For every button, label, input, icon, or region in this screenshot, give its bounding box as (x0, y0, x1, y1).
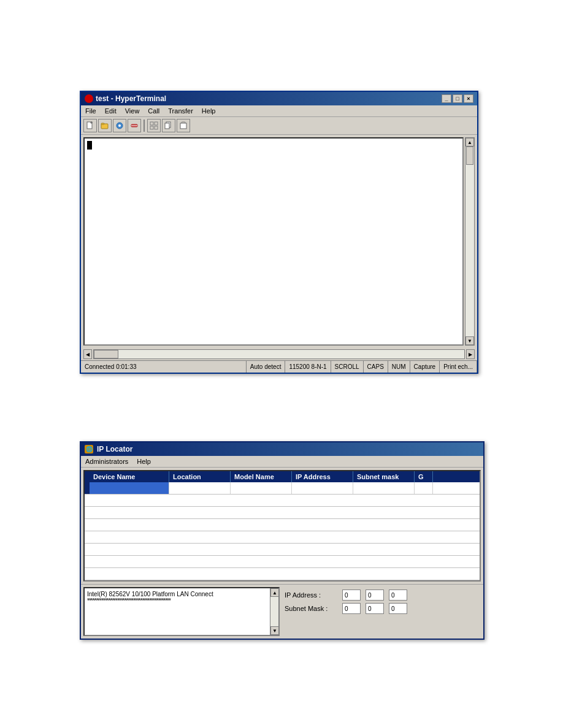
info-scroll-down[interactable]: ▼ (270, 626, 279, 635)
subnet-field-2[interactable] (366, 603, 384, 614)
info-line1: Intel(R) 82562V 10/100 Platform LAN Conn… (87, 591, 269, 597)
svg-rect-2 (101, 123, 104, 124)
cell-model-name (231, 482, 292, 494)
iplocator-title: IP Locator (97, 445, 132, 453)
table-row[interactable] (85, 482, 480, 495)
svg-rect-8 (155, 122, 158, 125)
iplocator-menubar: Administrators Help (81, 456, 483, 468)
hyperterminal-toolbar (81, 117, 477, 135)
svg-rect-10 (155, 126, 158, 129)
toolbar-copy[interactable] (162, 119, 175, 132)
svg-rect-9 (150, 126, 153, 129)
table-indicator-header (85, 471, 90, 482)
close-button[interactable]: × (464, 94, 473, 103)
menu-iplocator-help[interactable]: Help (135, 457, 153, 466)
status-connected: Connected 0:01:33 (81, 361, 247, 373)
table-row-empty-1 (85, 495, 480, 507)
info-scrollbar[interactable]: ▲ ▼ (270, 588, 278, 635)
table-row-empty-3 (85, 519, 480, 531)
subnet-mask-label: Subnet Mask : (285, 605, 340, 612)
status-baud: 115200 8-N-1 (285, 361, 331, 373)
iplocator-icon: 🌐 (85, 445, 93, 453)
table-row-empty-2 (85, 507, 480, 519)
scroll-right-arrow[interactable]: ▶ (466, 349, 475, 359)
menu-administrators[interactable]: Administrators (83, 457, 130, 466)
iplocator-window: 🌐 IP Locator Administrators Help Device … (80, 441, 484, 640)
status-scroll: SCROLL (331, 361, 364, 373)
cell-ip (292, 482, 353, 494)
iplocator-table-area: Device Name Location Model Name IP Addre… (81, 468, 483, 584)
col-ip-address: IP Address (292, 471, 353, 482)
terminal-cursor (87, 141, 92, 150)
toolbar-dial[interactable] (113, 119, 126, 132)
table-row-empty-4 (85, 531, 480, 544)
menu-view[interactable]: View (123, 107, 142, 115)
svg-rect-14 (180, 123, 186, 129)
col-model-name: Model Name (231, 471, 292, 482)
info-line2: ****************************************… (87, 597, 269, 604)
col-subnet-mask: Subnet mask (353, 471, 415, 482)
svg-point-4 (118, 124, 121, 127)
subnet-field-3[interactable] (389, 603, 407, 614)
iplocator-bottom: Intel(R) 82562V 10/100 Platform LAN Conn… (81, 584, 483, 639)
cell-location (169, 482, 231, 494)
scroll-down-arrow[interactable]: ▼ (465, 336, 474, 345)
toolbar-new[interactable] (83, 119, 97, 132)
status-caps: CAPS (364, 361, 388, 373)
maximize-button[interactable]: □ (453, 94, 462, 103)
titlebar-controls: _ □ × (442, 94, 473, 103)
scroll-left-arrow[interactable]: ◀ (83, 349, 92, 359)
scroll-up-arrow[interactable]: ▲ (465, 138, 474, 146)
info-scroll-up[interactable]: ▲ (270, 588, 279, 597)
vertical-scrollbar[interactable]: ▲ ▼ (465, 137, 475, 346)
scroll-track (465, 146, 474, 336)
menu-edit[interactable]: Edit (103, 107, 118, 115)
terminal-area[interactable] (83, 137, 464, 346)
subnet-mask-row: Subnet Mask : (285, 603, 478, 614)
info-box-content: Intel(R) 82562V 10/100 Platform LAN Conn… (85, 588, 278, 607)
hscroll-thumb[interactable] (94, 350, 118, 358)
iplocator-titlebar: 🌐 IP Locator (81, 442, 483, 456)
status-auto-detect: Auto detect (247, 361, 286, 373)
ip-field-1[interactable] (342, 590, 361, 601)
toolbar-disconnect[interactable] (128, 119, 141, 132)
svg-rect-7 (150, 122, 153, 125)
toolbar-properties[interactable] (147, 119, 161, 132)
iplocator-form: IP Address : Subnet Mask : (282, 587, 481, 636)
hyperterminal-menubar: File Edit View Call Transfer Help (81, 105, 477, 117)
menu-call[interactable]: Call (146, 107, 161, 115)
hyperterminal-statusbar: Connected 0:01:33 Auto detect 115200 8-N… (81, 360, 477, 373)
toolbar-paste[interactable] (177, 119, 190, 132)
menu-transfer[interactable]: Transfer (166, 107, 195, 115)
ip-address-label: IP Address : (285, 591, 340, 599)
row-indicator (85, 482, 90, 494)
ip-field-2[interactable] (366, 590, 384, 601)
minimize-button[interactable]: _ (442, 94, 451, 103)
hyperterminal-titlebar: test - HyperTerminal _ □ × (81, 92, 477, 105)
subnet-field-1[interactable] (342, 603, 361, 614)
table-row-empty-6 (85, 556, 480, 568)
cell-g (415, 482, 433, 494)
table-row-empty-7 (85, 568, 480, 580)
scroll-thumb[interactable] (466, 146, 473, 165)
table-header: Device Name Location Model Name IP Addre… (85, 471, 480, 482)
table-row-empty-5 (85, 544, 480, 556)
titlebar-left: test - HyperTerminal (85, 94, 166, 103)
col-location: Location (169, 471, 231, 482)
status-print-echo: Print ech... (440, 361, 477, 373)
menu-file[interactable]: File (83, 107, 98, 115)
horizontal-scroll-area: ◀ ▶ (81, 348, 477, 360)
hyperterminal-title: test - HyperTerminal (96, 94, 166, 103)
cell-subnet (353, 482, 415, 494)
hyperterminal-icon (85, 94, 93, 103)
menu-help[interactable]: Help (200, 107, 218, 115)
hyperterminal-main: ▲ ▼ (81, 135, 477, 348)
iplocator-info-box: Intel(R) 82562V 10/100 Platform LAN Conn… (83, 587, 280, 636)
status-capture: Capture (410, 361, 440, 373)
toolbar-open[interactable] (98, 119, 112, 132)
svg-rect-12 (165, 123, 169, 129)
ip-field-3[interactable] (389, 590, 407, 601)
col-g: G (415, 471, 433, 482)
horizontal-scrollbar[interactable] (93, 349, 465, 359)
toolbar-sep1 (144, 119, 145, 132)
